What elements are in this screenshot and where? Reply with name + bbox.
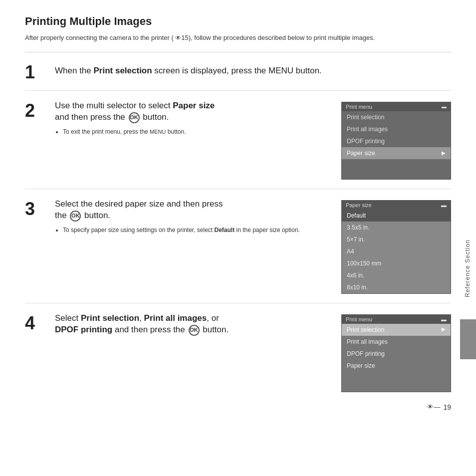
battery-icon-3: ▬ bbox=[441, 202, 447, 208]
cam-menu-item-2: Print all images bbox=[342, 123, 451, 135]
step-2-body: Use the multi selector to select Paper s… bbox=[55, 100, 451, 180]
step-3-bullet-1: To specify paper size using settings on … bbox=[63, 226, 331, 235]
page-num-text: 19 bbox=[443, 403, 451, 411]
step-4-menu: Print menu ▬ Print selection Print all i… bbox=[341, 314, 451, 392]
menu4-item-3: DPOF printing bbox=[342, 348, 451, 360]
step-2-bold: Paper size bbox=[173, 101, 215, 110]
step-2: 2 Use the multi selector to select Paper… bbox=[25, 91, 451, 189]
step-4-content: Select Print selection, Print all images… bbox=[50, 312, 451, 392]
step-2-menu: Print menu ▬ Print selection Print all i… bbox=[341, 102, 451, 180]
menu4-item-2: Print all images bbox=[342, 336, 451, 348]
paper-item-4x6: 4x6 in. bbox=[342, 269, 451, 281]
step-4: 4 Select Print selection, Print all imag… bbox=[25, 303, 451, 401]
step-3-menu: Paper size ▬ Default 3.5x5 in. 5×7 in. A… bbox=[341, 200, 451, 294]
ok-button-icon: OK bbox=[129, 112, 140, 123]
step-1-text: When the Print selection screen is displ… bbox=[55, 61, 451, 77]
step-3-number: 3 bbox=[25, 200, 50, 218]
step-3: 3 Select the desired paper size and then… bbox=[25, 189, 451, 303]
step-2-number: 2 bbox=[25, 102, 50, 120]
step-4-body: Select Print selection, Print all images… bbox=[55, 312, 451, 392]
cam-menu-header: Print menu ▬ bbox=[342, 102, 451, 111]
step-2-bullets: To exit the print menu, press the MENU b… bbox=[55, 127, 331, 136]
step-4-bold3: DPOF printing bbox=[55, 325, 112, 334]
step-4-bold1: Print selection bbox=[81, 313, 139, 323]
paper-item-35x5: 3.5x5 in. bbox=[342, 222, 451, 234]
page: Printing Multiple Images After properly … bbox=[0, 0, 476, 421]
step-2-content: Use the multi selector to select Paper s… bbox=[50, 100, 451, 180]
menu4-item-4: Paper size bbox=[342, 360, 451, 372]
step-3-content: Select the desired paper size and then p… bbox=[50, 198, 451, 294]
cam-menu-item-3: DPOF printing bbox=[342, 135, 451, 147]
step-2-bullet-1: To exit the print menu, press the MENU b… bbox=[63, 127, 331, 136]
menu4-header: Print menu ▬ bbox=[342, 315, 451, 324]
step-1-content: When the Print selection screen is displ… bbox=[50, 61, 451, 77]
page-title: Printing Multiple Images bbox=[25, 15, 451, 28]
battery-icon: ▬ bbox=[442, 104, 447, 109]
page-number: 👁— 19 bbox=[427, 403, 451, 411]
menu4-item-1-selected: Print selection bbox=[342, 324, 451, 336]
paper-item-a4: A4 bbox=[342, 245, 451, 257]
step-1-number: 1 bbox=[25, 63, 50, 81]
paper-item-5x7: 5×7 in. bbox=[342, 234, 451, 245]
ok-button-icon-3: OK bbox=[70, 211, 81, 222]
ok-button-icon-4: OK bbox=[189, 325, 200, 336]
print-menu-screenshot: Print menu ▬ Print selection Print all i… bbox=[341, 102, 451, 180]
step-3-text: Select the desired paper size and then p… bbox=[55, 198, 331, 222]
step-2-text: Use the multi selector to select Paper s… bbox=[55, 100, 331, 124]
right-tab bbox=[460, 319, 476, 359]
step-1: 1 When the Print selection screen is dis… bbox=[25, 52, 451, 91]
step-3-bullets: To specify paper size using settings on … bbox=[55, 226, 331, 235]
step-3-body: Select the desired paper size and then p… bbox=[55, 198, 451, 294]
paper-menu-title: Paper size bbox=[346, 202, 372, 208]
default-bold: Default bbox=[215, 227, 235, 234]
step-1-bold: Print selection bbox=[94, 66, 152, 75]
paper-menu-header: Paper size ▬ bbox=[342, 201, 451, 210]
step-4-text: Select Print selection, Print all images… bbox=[55, 312, 331, 336]
step-4-left: Select Print selection, Print all images… bbox=[55, 312, 331, 336]
paper-item-default: Default bbox=[342, 210, 451, 222]
menu4-title: Print menu bbox=[346, 316, 372, 322]
paper-size-screenshot: Paper size ▬ Default 3.5x5 in. 5×7 in. A… bbox=[341, 200, 451, 294]
step-2-left: Use the multi selector to select Paper s… bbox=[55, 100, 331, 138]
cam-menu-item-1: Print selection bbox=[342, 111, 451, 123]
paper-item-100x150: 100x150 mm bbox=[342, 257, 451, 269]
step-3-left: Select the desired paper size and then p… bbox=[55, 198, 331, 237]
menu-button-label: MENU bbox=[268, 66, 293, 75]
intro-text: After properly connecting the camera to … bbox=[25, 33, 451, 43]
paper-item-8x10: 8x10 in. bbox=[342, 281, 451, 293]
battery-icon-4: ▬ bbox=[441, 316, 447, 322]
print-menu-4-screenshot: Print menu ▬ Print selection Print all i… bbox=[341, 314, 451, 392]
cam-menu-item-4-selected: Paper size bbox=[342, 147, 451, 159]
cam-menu-title: Print menu bbox=[346, 104, 372, 110]
step-4-number: 4 bbox=[25, 314, 50, 332]
step-4-bold2: Print all images bbox=[144, 313, 207, 323]
reference-sidebar: Reference Section bbox=[464, 239, 471, 297]
steps-container: 1 When the Print selection screen is dis… bbox=[25, 52, 451, 401]
binoculars-icon: 👁— bbox=[427, 403, 440, 411]
menu-font-inline: MENU bbox=[150, 129, 166, 135]
